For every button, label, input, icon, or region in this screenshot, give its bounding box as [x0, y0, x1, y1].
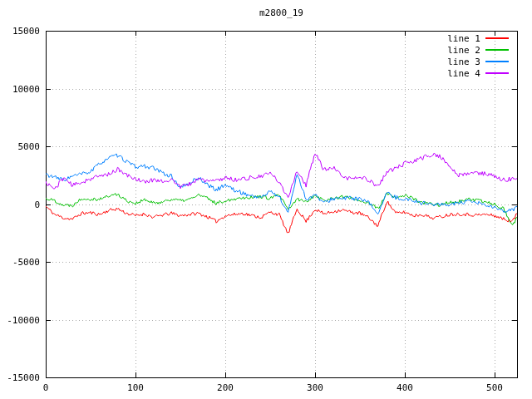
legend-row: line 2	[416, 44, 509, 56]
y-tick-label: -10000	[0, 315, 40, 326]
legend-row: line 1	[416, 32, 509, 44]
y-tick-label: 0	[0, 200, 40, 210]
x-tick-label: 500	[476, 382, 513, 393]
x-tick-label: 0	[27, 382, 64, 393]
legend-label: line 3	[447, 57, 480, 67]
x-tick-label: 400	[387, 382, 423, 393]
legend-label: line 2	[447, 45, 480, 56]
legend-line-sample-icon	[485, 72, 509, 74]
x-tick-label: 100	[117, 382, 154, 393]
x-tick-label: 300	[297, 382, 333, 393]
y-tick-label: 10000	[0, 84, 40, 95]
x-tick-label: 200	[207, 382, 244, 393]
legend-row: line 3	[416, 56, 509, 67]
y-tick-label: -5000	[0, 257, 40, 268]
legend-line-sample-icon	[485, 37, 509, 39]
legend-row: line 4	[416, 67, 509, 79]
y-tick-label: 5000	[0, 141, 40, 152]
legend-line-sample-icon	[485, 49, 509, 51]
gnuplot-chart: m2800_19 -15000-10000-500005000100001500…	[0, 0, 532, 399]
legend-label: line 4	[447, 68, 480, 79]
y-tick-label: 15000	[0, 26, 40, 37]
legend-label: line 1	[447, 33, 480, 44]
legend-line-sample-icon	[485, 61, 509, 62]
chart-title: m2800_19	[46, 7, 517, 18]
